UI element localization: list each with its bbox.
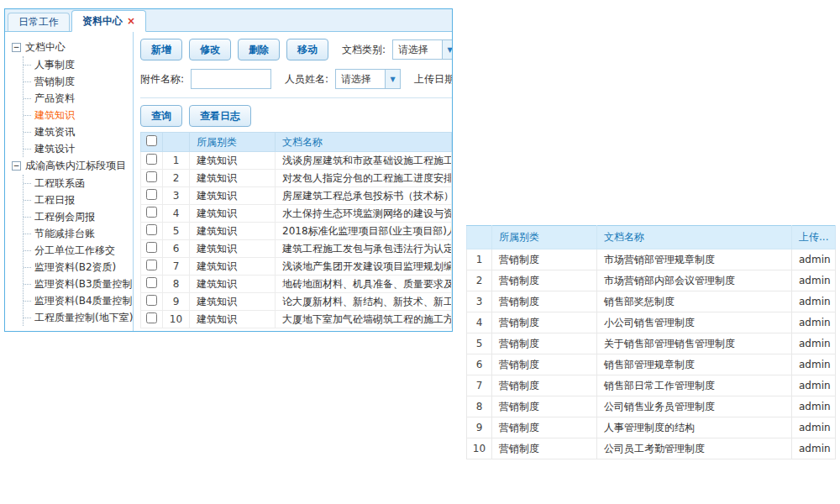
tab-close-icon[interactable]: × (127, 15, 135, 27)
row-category: 建筑知识 (190, 311, 276, 328)
row-checkbox[interactable] (146, 189, 157, 200)
table-row[interactable]: 1 建筑知识 浅谈房屋建筑和市政基础设施工程施工... (141, 152, 452, 170)
marketing-documents-table: 所属别类 文档名称 上传... 1 营销制度 市场营销部管理规章制度 admin… (466, 225, 836, 459)
tree-node-railway-project[interactable]: − 成渝高铁内江标段项目 (12, 157, 131, 175)
row-number: 6 (467, 354, 492, 375)
select-all-checkbox[interactable] (146, 135, 157, 146)
document-table: 所属别类 文档名称 1 建筑知识 浅谈房屋建筑和市政基础设施工程施工... (140, 132, 452, 328)
add-button[interactable]: 新增 (140, 39, 182, 60)
doc-category-select[interactable]: 请选择 ▼ (392, 39, 452, 60)
tree-item[interactable]: 监理资料(B3质量控制) (24, 276, 131, 292)
tree-children-railway-project: 工程联系函 工程日报 工程例会周报 节能减排台账 分工单 (23, 175, 131, 326)
tree-item[interactable]: 监理资料(B2资质) (24, 259, 131, 276)
row-doc-name: 销售部日常工作管理制度 (597, 375, 792, 396)
row-number: 3 (467, 291, 492, 312)
query-button[interactable]: 查询 (140, 105, 182, 127)
tree-item[interactable]: 工程联系函 (24, 175, 131, 192)
row-doc-name: 浅谈地产集团开发建设项目监理规划编... (276, 258, 452, 276)
row-category: 建筑知识 (190, 187, 276, 205)
table-row[interactable]: 9 建筑知识 论大厦新材料、新结构、新技术、新工... (141, 293, 452, 311)
person-name-select[interactable]: 请选择 ▼ (335, 69, 401, 89)
row-checkbox[interactable] (146, 260, 157, 270)
tree-item[interactable]: 建筑设计 (24, 140, 131, 157)
row-checkbox[interactable] (146, 312, 157, 323)
table-row[interactable]: 3 营销制度 销售部奖惩制度 admin (467, 291, 836, 312)
tree-item[interactable]: 工程质量控制(地下室) (24, 309, 131, 326)
tree-item[interactable]: 建筑知识 (24, 107, 131, 123)
name-column-header: 文档名称 (276, 133, 452, 152)
row-uploader: admin (792, 333, 836, 354)
table-row[interactable]: 6 营销制度 销售部管理规章制度 admin (467, 354, 836, 375)
modify-button[interactable]: 修改 (189, 39, 231, 60)
tree-item[interactable]: 产品资料 (24, 90, 131, 107)
table-row[interactable]: 3 建筑知识 房屋建筑工程总承包投标书（技术标）... (141, 187, 452, 205)
row-doc-name: 建筑工程施工发包与承包违法行为认定... (276, 240, 452, 258)
tab-daily-work[interactable]: 日常工作 (8, 13, 70, 31)
table-row[interactable]: 5 营销制度 关于销售部管理销售管理制度 admin (467, 333, 836, 354)
tree-item[interactable]: 监理资料(B4质量控制) (24, 292, 131, 309)
num-column-header (467, 226, 492, 249)
table-row[interactable]: 4 营销制度 小公司销售管理制度 admin (467, 312, 836, 333)
row-checkbox-cell (141, 293, 163, 311)
table-row[interactable]: 6 建筑知识 建筑工程施工发包与承包违法行为认定... (141, 240, 452, 258)
tree-node-doc-center[interactable]: − 文档中心 (12, 39, 131, 56)
table-row[interactable]: 10 营销制度 公司员工考勤管理制度 admin (467, 438, 836, 459)
row-doc-name: 2018标准化监理项目部(业主项目部)人员... (276, 223, 452, 240)
row-checkbox[interactable] (146, 171, 157, 182)
table-row[interactable]: 9 营销制度 人事管理制度的结构 admin (467, 417, 836, 438)
collapse-icon[interactable]: − (12, 161, 21, 171)
tree-item[interactable]: 节能减排台账 (24, 225, 131, 242)
tree-item-label: 工程例会周报 (34, 210, 95, 224)
row-category: 营销制度 (492, 354, 597, 375)
window-body: − 文档中心 人事制度 营销制度 产品资料 (5, 32, 452, 332)
attachment-name-input[interactable] (191, 69, 271, 89)
tree-item[interactable]: 分工单位工作移交 (24, 242, 131, 259)
tree-item-label: 工程质量控制(地下室) (34, 311, 133, 325)
row-checkbox[interactable] (146, 295, 157, 306)
table-row[interactable]: 7 营销制度 销售部日常工作管理制度 admin (467, 375, 836, 396)
tree-item[interactable]: 人事制度 (24, 56, 131, 73)
row-checkbox[interactable] (146, 207, 157, 218)
table-row[interactable]: 8 营销制度 公司销售业务员管理制度 admin (467, 396, 836, 417)
tree-item[interactable]: 工程例会周报 (24, 208, 131, 225)
tree-item[interactable]: 营销制度 (24, 73, 131, 90)
table-header-row: 所属别类 文档名称 上传... (467, 226, 836, 249)
marketing-table-body: 1 营销制度 市场营销部管理规章制度 admin 2 营销制度 市场营销部内部会… (467, 249, 836, 459)
tree-item-label: 监理资料(B4质量控制) (34, 294, 134, 308)
table-row[interactable]: 2 建筑知识 对发包人指定分包的工程施工进度安排... (141, 170, 452, 187)
table-row[interactable]: 1 营销制度 市场营销部管理规章制度 admin (467, 249, 836, 270)
table-row[interactable]: 2 营销制度 市场营销部内部会议管理制度 admin (467, 270, 836, 291)
table-row[interactable]: 4 建筑知识 水土保持生态环境监测网络的建设与资... (141, 205, 452, 223)
row-number: 5 (467, 333, 492, 354)
table-row[interactable]: 10 建筑知识 大厦地下室加气砼墙砌筑工程的施工方... (141, 311, 452, 328)
row-uploader: admin (792, 417, 836, 438)
row-checkbox[interactable] (146, 277, 157, 288)
delete-button[interactable]: 删除 (238, 39, 280, 60)
row-doc-name: 水土保持生态环境监测网络的建设与资... (276, 205, 452, 223)
tab-data-center[interactable]: 资料中心 × (71, 10, 146, 32)
row-checkbox[interactable] (146, 242, 157, 253)
row-category: 建筑知识 (190, 205, 276, 223)
view-log-button[interactable]: 查看日志 (189, 105, 251, 127)
table-row[interactable]: 8 建筑知识 地砖地面材料、机具准备、质量要求及... (141, 276, 452, 293)
row-doc-name: 公司员工考勤管理制度 (597, 438, 792, 459)
row-uploader: admin (792, 375, 836, 396)
document-tree: − 文档中心 人事制度 营销制度 产品资料 (5, 32, 134, 332)
row-number: 4 (467, 312, 492, 333)
upload-date-label: 上传日期 (414, 72, 452, 87)
row-doc-name: 大厦地下室加气砼墙砌筑工程的施工方... (276, 311, 452, 328)
tree-item-label: 工程联系函 (34, 176, 85, 191)
move-button[interactable]: 移动 (286, 39, 328, 60)
table-row[interactable]: 5 建筑知识 2018标准化监理项目部(业主项目部)人员... (141, 223, 452, 240)
row-checkbox[interactable] (146, 154, 157, 165)
row-number: 9 (163, 293, 190, 311)
tree-item[interactable]: 工程日报 (24, 192, 131, 208)
table-row[interactable]: 7 建筑知识 浅谈地产集团开发建设项目监理规划编... (141, 258, 452, 276)
row-category: 营销制度 (492, 312, 597, 333)
row-category: 营销制度 (492, 375, 597, 396)
tree-root-label: 成渝高铁内江标段项目 (25, 159, 126, 173)
collapse-icon[interactable]: − (12, 43, 21, 52)
row-category: 营销制度 (492, 438, 597, 459)
row-checkbox[interactable] (146, 224, 157, 235)
tree-item[interactable]: 建筑资讯 (24, 123, 131, 140)
